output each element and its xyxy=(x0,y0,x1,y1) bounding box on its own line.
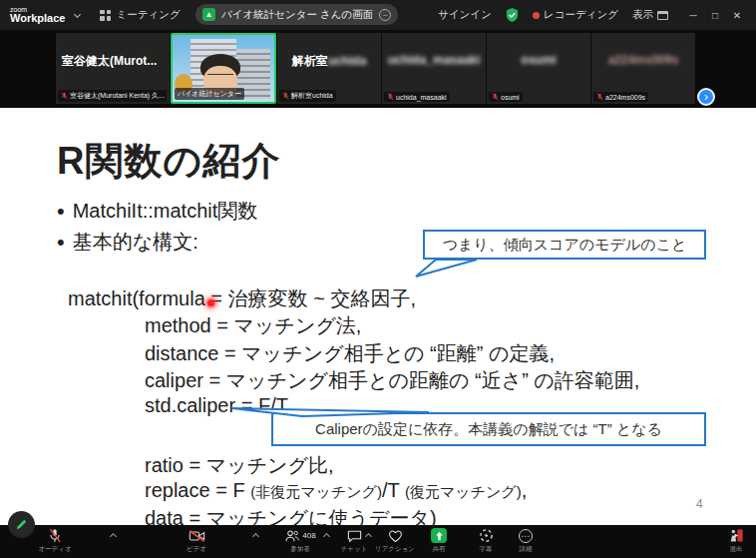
muted-mic-icon xyxy=(282,92,289,100)
leave-meeting-icon xyxy=(728,528,744,543)
slide-title: R関数の紹介 xyxy=(57,136,280,187)
view-layout-icon xyxy=(657,11,668,20)
participants-count: 408 xyxy=(302,531,315,540)
leave-label: 退出 xyxy=(730,545,743,554)
code-line: ratio = マッチング比, xyxy=(145,452,334,479)
bullet-icon: • xyxy=(57,201,65,223)
view-button[interactable]: 表示 xyxy=(632,8,668,22)
participant-tile[interactable]: uchida_masaaki uchida_masaaki xyxy=(382,33,486,104)
code-line: replace = F (非復元マッチング)/T (復元マッチング), xyxy=(145,479,527,502)
participants-options-caret-icon[interactable] xyxy=(323,533,330,540)
chat-label: チャット xyxy=(341,545,368,554)
muted-mic-icon xyxy=(387,93,394,101)
meeting-tab-label: ミーティング xyxy=(116,8,180,22)
audio-label: オーディオ xyxy=(38,545,71,554)
participant-tile[interactable]: 室谷健太(Murot... 室谷健太(Murotani Kenta) 久... xyxy=(56,33,170,104)
muted-mic-icon xyxy=(492,93,499,101)
annotate-button[interactable] xyxy=(8,511,35,538)
next-participants-page-button[interactable]: › xyxy=(697,88,715,106)
participant-tile[interactable]: a224ms009s a224ms009s xyxy=(591,33,695,104)
sign-in-button[interactable]: サインイン xyxy=(438,8,492,22)
participant-video-strip: 室谷健太(Murot... 室谷健太(Murotani Kenta) 久... … xyxy=(0,30,756,108)
participant-name: osumi xyxy=(487,53,590,67)
more-ellipsis-icon: ⋯ xyxy=(519,529,533,543)
recording-dot-icon xyxy=(533,12,540,19)
participant-label: osumi xyxy=(501,94,520,101)
captions-dotted-circle-icon xyxy=(479,528,494,543)
title-bar: zoom Workplace ミーティング ▲ バイオ統計センター さんの画面 … xyxy=(0,0,756,30)
chat-button[interactable]: チャット xyxy=(331,528,377,554)
stop-share-options-icon[interactable]: − xyxy=(379,9,391,21)
recording-indicator: レコーディング xyxy=(533,8,618,22)
participants-button[interactable]: 408 参加者 xyxy=(277,528,323,554)
participant-nametag: 解析室uchida xyxy=(279,90,336,102)
chevron-right-icon: › xyxy=(704,90,708,104)
captions-label: 字幕 xyxy=(480,545,493,554)
participant-name: uchida_masaaki xyxy=(382,53,486,67)
participant-name: a224ms009s xyxy=(591,53,695,67)
chevron-down-icon[interactable] xyxy=(74,10,81,17)
code-line: std.caliper = F/T, xyxy=(145,394,291,417)
heart-icon xyxy=(388,529,403,543)
participant-label: a224ms009s xyxy=(605,94,645,101)
participant-nametag: 室谷健太(Murotani Kenta) 久... xyxy=(58,90,167,102)
muted-mic-icon xyxy=(48,528,62,543)
muted-camera-icon xyxy=(189,529,205,543)
bullet-item: • 基本的な構文: xyxy=(57,229,198,256)
audio-options-caret-icon[interactable] xyxy=(110,533,117,540)
shared-screen-pill[interactable]: ▲ バイオ統計センター さんの画面 − xyxy=(195,4,398,25)
active-speaker-video-tile[interactable]: バイオ統計センター xyxy=(171,33,276,104)
video-options-caret-icon[interactable] xyxy=(252,533,259,540)
tab-meeting[interactable]: ミーティング xyxy=(100,8,180,22)
view-label: 表示 xyxy=(632,8,653,22)
participant-nametag: バイオ統計センター xyxy=(175,88,244,100)
reactions-button[interactable]: リアクション xyxy=(372,528,418,554)
share-screen-button[interactable]: 共有 xyxy=(416,528,462,554)
leave-button[interactable]: 退出 xyxy=(713,528,756,554)
screen-share-icon: ▲ xyxy=(202,8,215,21)
code-line: matchit(formula = 治療変数 ~ 交絡因子, xyxy=(68,285,416,312)
more-label: 詳細 xyxy=(520,545,533,554)
close-button[interactable]: ✕ xyxy=(726,10,748,21)
shared-screen-label: バイオ統計センター さんの画面 xyxy=(221,8,373,22)
bullet-item: • MatchiIt::matchit関数 xyxy=(57,198,257,225)
more-button[interactable]: ⋯ 詳細 xyxy=(503,528,549,554)
bullet-text: MatchiIt::matchit関数 xyxy=(73,198,258,225)
callout-propensity-model: つまり、傾向スコアのモデルのこと xyxy=(423,230,706,260)
bullet-icon: • xyxy=(57,232,65,254)
code-line: caliper = マッチング相手との距離の “近さ” の許容範囲, xyxy=(145,367,639,394)
zoom-workplace-logo: zoom Workplace xyxy=(10,6,65,24)
participant-nametag: osumi xyxy=(489,92,523,102)
participant-nametag: a224ms009s xyxy=(593,92,648,102)
code-line: distance = マッチング相手との “距離” の定義, xyxy=(145,340,555,367)
pencil-icon xyxy=(15,518,28,531)
share-label: 共有 xyxy=(433,545,446,554)
participant-name: 解析室uchida xyxy=(277,53,381,70)
participant-label: 解析室uchida xyxy=(291,91,333,101)
laser-pointer-dot xyxy=(207,299,214,306)
minimize-button[interactable]: ─ xyxy=(682,10,704,21)
participant-name: 室谷健太(Murot... xyxy=(56,53,170,70)
participants-icon xyxy=(284,529,300,543)
share-screen-icon xyxy=(431,528,447,543)
participant-nametag: uchida_masaaki xyxy=(384,92,450,102)
participant-label: バイオ統計センター xyxy=(178,89,241,99)
reactions-label: リアクション xyxy=(375,545,415,554)
video-button[interactable]: ビデオ xyxy=(174,528,219,554)
chat-bubble-icon xyxy=(347,529,362,543)
logo-text-main: Workplace xyxy=(10,13,65,24)
shared-slide: R関数の紹介 • MatchiIt::matchit関数 • 基本的な構文: m… xyxy=(0,108,756,525)
maximize-button[interactable]: □ xyxy=(704,10,726,21)
muted-mic-icon xyxy=(596,93,603,101)
callout-caliper-note: Caliperの設定に依存。本講義の解説では “T” となる xyxy=(271,412,706,446)
meeting-toolbar: オーディオ ビデオ 408 参加者 xyxy=(0,525,756,558)
muted-mic-icon xyxy=(61,92,68,100)
encryption-shield-icon xyxy=(506,8,519,22)
audio-button[interactable]: オーディオ xyxy=(32,528,78,554)
participant-tile[interactable]: osumi osumi xyxy=(487,33,590,104)
meeting-icon xyxy=(100,10,111,21)
participant-tile[interactable]: 解析室uchida 解析室uchida xyxy=(277,33,381,104)
bullet-text: 基本的な構文: xyxy=(73,229,198,256)
slide-page-number: 4 xyxy=(696,497,703,511)
zoom-meeting-window: zoom Workplace ミーティング ▲ バイオ統計センター さんの画面 … xyxy=(0,0,756,558)
